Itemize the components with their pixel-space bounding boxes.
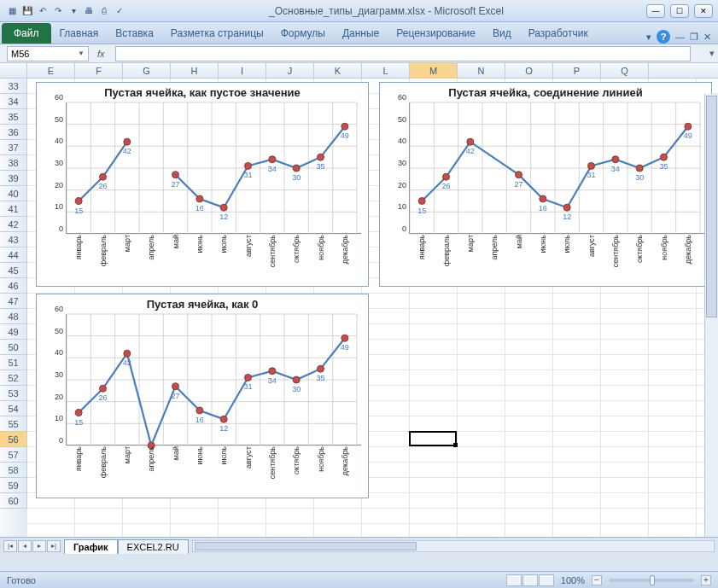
workbook-minimize-icon[interactable]: — xyxy=(675,32,685,42)
column-header[interactable]: K xyxy=(314,63,362,78)
ribbon-tab-developer[interactable]: Разработчик xyxy=(520,23,597,44)
row-header[interactable]: 46 xyxy=(0,278,27,294)
fx-icon[interactable]: fx xyxy=(97,49,105,59)
qa-dropdown-icon[interactable]: ▾ xyxy=(67,4,80,18)
tab-nav-last-icon[interactable]: ▸| xyxy=(47,540,61,552)
row-header[interactable]: 37 xyxy=(0,140,27,155)
row-header[interactable]: 50 xyxy=(0,340,27,355)
zoom-out-button[interactable]: − xyxy=(592,575,602,585)
chart[interactable]: Пустая ячейка, соединение линией15264227… xyxy=(379,82,712,287)
zoom-level[interactable]: 100% xyxy=(561,575,585,585)
row-header[interactable]: 35 xyxy=(0,109,27,125)
cell-grid[interactable]: Пустая ячейка, как пустое значение152642… xyxy=(27,79,718,537)
help-icon[interactable]: ? xyxy=(657,30,670,44)
row-header[interactable]: 52 xyxy=(0,370,27,386)
file-tab[interactable]: Файл xyxy=(2,23,51,44)
chart[interactable]: Пустая ячейка, как пустое значение152642… xyxy=(36,82,369,287)
column-header[interactable]: H xyxy=(171,63,219,78)
formula-input[interactable] xyxy=(115,46,691,61)
vertical-scrollbar[interactable] xyxy=(704,94,718,537)
chart-data-label: 34 xyxy=(611,165,620,173)
ribbon-tab-insert[interactable]: Вставка xyxy=(107,23,162,44)
ribbon-tab-home[interactable]: Главная xyxy=(51,23,108,44)
column-header[interactable]: N xyxy=(458,63,505,78)
row-header[interactable]: 60 xyxy=(0,493,27,509)
name-box-dropdown-icon[interactable]: ▼ xyxy=(78,49,85,57)
row-header[interactable]: 44 xyxy=(0,247,27,263)
ribbon-tab-data[interactable]: Данные xyxy=(334,23,388,44)
row-header[interactable]: 54 xyxy=(0,401,27,416)
tab-nav-prev-icon[interactable]: ◂ xyxy=(18,540,32,552)
tab-nav-first-icon[interactable]: |◂ xyxy=(3,540,17,552)
row-header[interactable]: 48 xyxy=(0,309,27,324)
select-all-corner[interactable] xyxy=(0,63,27,78)
row-header[interactable]: 53 xyxy=(0,386,27,401)
tab-nav-next-icon[interactable]: ▸ xyxy=(32,540,46,552)
column-header[interactable]: F xyxy=(75,63,123,78)
column-header[interactable]: L xyxy=(362,63,410,78)
horizontal-scrollbar[interactable] xyxy=(192,540,715,552)
vscroll-thumb[interactable] xyxy=(706,96,717,317)
workbook-restore-icon[interactable]: ❐ xyxy=(690,32,698,43)
chart[interactable]: Пустая ячейка, как 015264227161231343035… xyxy=(36,294,369,498)
row-header[interactable]: 36 xyxy=(0,125,27,140)
redo-icon[interactable]: ↷ xyxy=(51,4,65,18)
column-header[interactable]: M xyxy=(410,63,458,78)
close-window-button[interactable]: ✕ xyxy=(694,4,713,18)
row-header[interactable]: 38 xyxy=(0,155,27,171)
qa-extra-icon[interactable]: ⎙ xyxy=(97,4,111,18)
row-header[interactable]: 34 xyxy=(0,94,27,109)
row-header[interactable]: 47 xyxy=(0,294,27,309)
workbook-close-icon[interactable]: ✕ xyxy=(703,32,711,43)
undo-icon[interactable]: ↶ xyxy=(36,4,50,18)
column-header[interactable]: O xyxy=(505,63,553,78)
row-header[interactable]: 43 xyxy=(0,232,27,247)
chart-marker xyxy=(443,173,450,180)
column-header[interactable]: Q xyxy=(601,63,649,78)
column-header[interactable]: P xyxy=(553,63,601,78)
ribbon-tab-pagelayout[interactable]: Разметка страницы xyxy=(162,23,272,44)
chart-y-tick: 10 xyxy=(55,414,63,422)
print-preview-icon[interactable]: 🖶 xyxy=(82,4,96,18)
row-header[interactable]: 57 xyxy=(0,447,27,463)
minimize-button[interactable]: — xyxy=(646,4,665,18)
row-header[interactable]: 55 xyxy=(0,416,27,432)
column-header[interactable]: G xyxy=(123,63,171,78)
column-header[interactable]: J xyxy=(266,63,314,78)
row-header[interactable]: 58 xyxy=(0,463,27,478)
row-header[interactable]: 45 xyxy=(0,263,27,278)
row-header[interactable]: 33 xyxy=(0,79,27,94)
ribbon-minimize-icon[interactable]: ▾ xyxy=(646,32,651,43)
row-header[interactable]: 59 xyxy=(0,478,27,493)
view-pagelayout-icon[interactable] xyxy=(522,574,538,586)
row-header[interactable]: 39 xyxy=(0,171,27,186)
view-normal-icon[interactable] xyxy=(506,574,522,586)
row-header[interactable]: 40 xyxy=(0,186,27,201)
excel-app-icon[interactable]: ▦ xyxy=(5,4,19,18)
formula-expand-icon[interactable]: ▾ xyxy=(706,48,718,59)
zoom-knob[interactable] xyxy=(650,575,655,585)
chart-data-label: 26 xyxy=(441,182,450,190)
qa-extra2-icon[interactable]: ✓ xyxy=(113,4,126,18)
maximize-button[interactable]: ☐ xyxy=(670,4,689,18)
ribbon-tab-formulas[interactable]: Формулы xyxy=(272,23,334,44)
row-header[interactable]: 51 xyxy=(0,355,27,370)
name-box[interactable]: M56 ▼ xyxy=(7,46,89,61)
view-pagebreak-icon[interactable] xyxy=(539,574,554,586)
ribbon-tab-view[interactable]: Вид xyxy=(484,23,520,44)
sheet-tab-active[interactable]: График xyxy=(64,539,118,554)
row-header[interactable]: 56 xyxy=(0,432,27,447)
hscroll-thumb[interactable] xyxy=(195,542,417,550)
zoom-slider[interactable] xyxy=(609,579,694,582)
sheet-tab-other[interactable]: EXCEL2.RU xyxy=(118,539,189,554)
zoom-in-button[interactable]: + xyxy=(701,575,711,585)
column-header[interactable]: E xyxy=(27,63,75,78)
row-header[interactable]: 41 xyxy=(0,201,27,217)
row-header[interactable]: 49 xyxy=(0,324,27,340)
chart-x-tick: декабрь xyxy=(684,235,692,264)
row-header[interactable]: 42 xyxy=(0,217,27,232)
save-icon[interactable]: 💾 xyxy=(20,4,34,18)
active-cell[interactable] xyxy=(409,431,457,446)
column-header[interactable]: I xyxy=(219,63,266,78)
ribbon-tab-review[interactable]: Рецензирование xyxy=(388,23,484,44)
